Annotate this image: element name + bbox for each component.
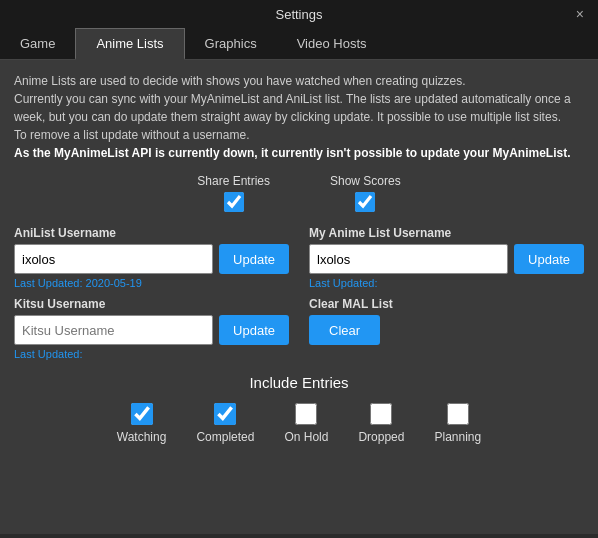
clearmal-group: Clear MAL List Clear [309,297,584,360]
anilist-input[interactable] [14,244,213,274]
title-bar: Settings × [0,0,598,28]
clearmal-button[interactable]: Clear [309,315,380,345]
kitsu-clearmal-row: Kitsu Username Update Last Updated: Clea… [14,297,584,360]
tab-game[interactable]: Game [0,28,75,59]
entry-completed: Completed [196,403,254,444]
completed-label: Completed [196,430,254,444]
share-entries-label: Share Entries [197,174,270,188]
dropped-label: Dropped [358,430,404,444]
anilist-mal-row: AniList Username Update Last Updated: 20… [14,226,584,289]
kitsu-label: Kitsu Username [14,297,289,311]
anilist-update-button[interactable]: Update [219,244,289,274]
anilist-label: AniList Username [14,226,289,240]
share-show-row: Share Entries Show Scores [14,174,584,212]
mal-last-updated: Last Updated: [309,277,584,289]
kitsu-group: Kitsu Username Update Last Updated: [14,297,289,360]
on-hold-label: On Hold [284,430,328,444]
close-button[interactable]: × [570,4,590,24]
share-entries-checkbox[interactable] [224,192,244,212]
entry-dropped: Dropped [358,403,404,444]
clearmal-label: Clear MAL List [309,297,584,311]
anilist-last-updated: Last Updated: 2020-05-19 [14,277,289,289]
kitsu-input[interactable] [14,315,213,345]
tab-anime-lists[interactable]: Anime Lists [75,28,184,60]
entry-on-hold: On Hold [284,403,328,444]
tab-video-hosts[interactable]: Video Hosts [277,28,387,59]
watching-checkbox[interactable] [131,403,153,425]
share-entries-col: Share Entries [197,174,270,212]
anilist-group: AniList Username Update Last Updated: 20… [14,226,289,289]
planning-checkbox[interactable] [447,403,469,425]
entry-planning: Planning [434,403,481,444]
tab-bar: Game Anime Lists Graphics Video Hosts [0,28,598,60]
completed-checkbox[interactable] [214,403,236,425]
entry-watching: Watching [117,403,167,444]
mal-update-button[interactable]: Update [514,244,584,274]
show-scores-col: Show Scores [330,174,401,212]
anilist-last-updated-date: 2020-05-19 [86,277,142,289]
tab-graphics[interactable]: Graphics [185,28,277,59]
watching-label: Watching [117,430,167,444]
mal-group: My Anime List Username Update Last Updat… [309,226,584,289]
mal-label: My Anime List Username [309,226,584,240]
show-scores-label: Show Scores [330,174,401,188]
mal-input[interactable] [309,244,508,274]
description-text: Anime Lists are used to decide with show… [14,72,584,162]
include-entries-section: Include Entries Watching Completed On Ho… [14,374,584,444]
dropped-checkbox[interactable] [370,403,392,425]
kitsu-last-updated: Last Updated: [14,348,289,360]
on-hold-checkbox[interactable] [295,403,317,425]
kitsu-update-button[interactable]: Update [219,315,289,345]
content-area: Anime Lists are used to decide with show… [0,60,598,534]
entries-row: Watching Completed On Hold Dropped Plann… [14,403,584,444]
window-title: Settings [276,7,323,22]
show-scores-checkbox[interactable] [355,192,375,212]
planning-label: Planning [434,430,481,444]
include-entries-title: Include Entries [14,374,584,391]
